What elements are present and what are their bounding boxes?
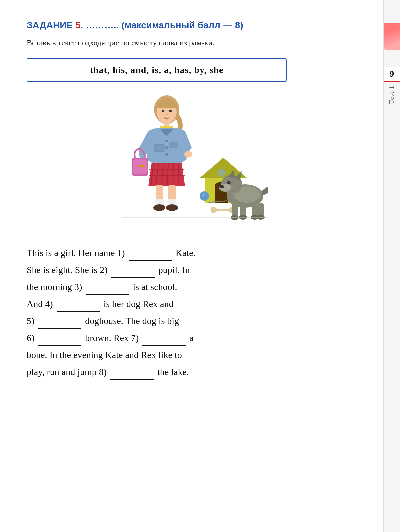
text-line-3: the morning 3) is at school. [27,279,353,295]
side-bar: 9 Test 1 [383,0,400,532]
svg-point-26 [153,204,165,211]
blank-1 [129,260,172,261]
text-line-7: bone. In the evening Kate and Rex like t… [27,347,353,363]
svg-point-60 [257,215,265,220]
heading-prefix: ЗАДАНИЕ [27,20,75,30]
svg-point-31 [184,151,192,158]
text-content: This is a girl. Her name 1) Kate. She is… [27,245,353,380]
svg-rect-9 [169,142,177,148]
task-instruction: Вставь в текст подходящие по смыслу слов… [27,37,343,49]
text-line-6: 6) brown. Rex 7) a [27,330,353,346]
svg-point-11 [165,146,168,149]
svg-point-50 [229,182,230,183]
red-accent [384,23,400,50]
svg-point-10 [165,140,168,142]
blank-4 [57,311,100,312]
svg-rect-8 [154,144,164,152]
illustration-svg [102,93,268,233]
svg-point-35 [200,191,209,201]
text-line-4: And 4) is her dog Rex and [27,296,353,312]
blank-3 [86,294,129,295]
svg-point-3 [162,110,164,112]
text-line-5: 5) doghouse. The dog is big [27,313,353,329]
word-box: that, his, and, is, a, has, by, she [27,58,287,82]
blank-5 [38,328,81,329]
svg-point-5 [166,114,168,115]
svg-point-58 [239,215,247,220]
svg-point-48 [219,185,224,188]
svg-point-41 [211,209,215,213]
svg-point-12 [165,153,168,156]
blank-7 [142,345,186,346]
blank-2 [111,277,155,278]
svg-point-36 [202,193,205,196]
svg-line-17 [173,163,173,185]
text-line-2: She is eight. She is 2) pupil. In [27,262,353,278]
blank-8 [110,379,154,380]
svg-point-34 [218,169,226,177]
illustration-area [27,93,343,233]
svg-point-27 [166,204,178,211]
blank-6 [38,345,81,346]
text-line-1: This is a girl. Her name 1) Kate. [27,245,353,261]
svg-rect-30 [138,165,145,167]
heading-suffix: . ……….. (максимальный балл — 8) [80,20,243,30]
test-label: Test 1 [388,85,395,104]
page-number: 9 [384,67,400,82]
svg-point-4 [169,110,172,112]
task-heading: ЗАДАНИЕ 5. ……….. (максимальный балл — 8) [27,20,343,31]
text-line-8: play, run and jump 8) the lake. [27,364,353,380]
task-number: 5 [75,20,81,30]
